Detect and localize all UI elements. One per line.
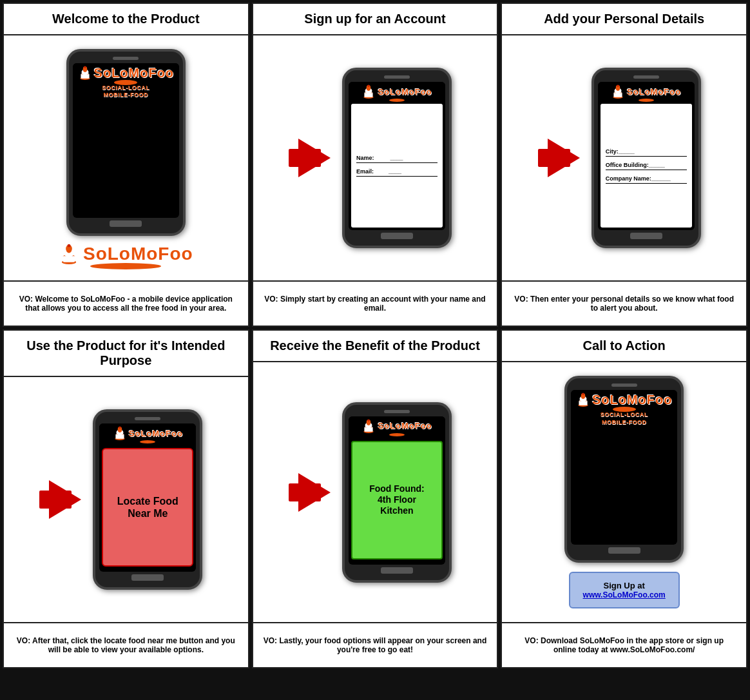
logo-row-personal: SoLoMoFoo [611, 84, 681, 99]
cell-benefit-body: SoLoMoFoo Food Found:4th FloorKitchen [253, 362, 497, 622]
logo-area-benefit: SoLoMoFoo [349, 416, 445, 436]
cell-benefit: Receive the Benefit of the Product [252, 329, 499, 668]
svg-point-19 [617, 85, 619, 87]
cell-personal: Add your Personal Details [501, 3, 747, 327]
cta-content: SoLoMoFoo SOCIAL-LOCALMOBILE-FOOD Sign U… [564, 376, 684, 608]
phone-welcome: SoLoMoFoo SOCIAL-LOCALMOBILE-FOOD [66, 49, 186, 236]
form-office: Office Building:_____ [606, 162, 687, 170]
phone-screen-cta: SoLoMoFoo SOCIAL-LOCALMOBILE-FOOD [571, 390, 677, 545]
phone-bottom-bar-welcome [110, 220, 142, 227]
cell-signup: Sign up for an Account [252, 3, 499, 327]
storyboard-grid: Welcome to the Product [0, 0, 750, 671]
below-logo: SoLoMoFoo [59, 244, 193, 267]
phone-speaker [113, 57, 139, 60]
arrow-signup [298, 139, 331, 177]
form-city: City:_____ [606, 148, 687, 157]
cell-use-footer: VO: After that, click the locate food ne… [4, 622, 248, 667]
logo-row-welcome: SoLoMoFoo [78, 66, 175, 80]
phone-cta: SoLoMoFoo SOCIAL-LOCALMOBILE-FOOD [564, 376, 684, 563]
logo-area-personal: SoLoMoFoo [598, 82, 695, 101]
food-found-result: Food Found:4th FloorKitchen [351, 441, 443, 559]
form-area-signup: Name: ____ Email:____ [351, 104, 443, 228]
cell-use-header: Use the Product for it's Intended Purpos… [4, 331, 248, 377]
locate-food-button[interactable]: Locate FoodNear Me [102, 448, 193, 567]
logo-area-use: SoLoMoFoo [99, 423, 196, 443]
form-name: Name: ____ [356, 155, 438, 163]
phone-bottom-bar-cta [608, 547, 640, 554]
cupcake-icon-signup [361, 84, 376, 99]
phone-speaker-personal [633, 75, 659, 79]
logo-text-benefit: SoLoMoFoo [378, 422, 432, 430]
signup-box[interactable]: Sign Up at www.SoLoMoFoo.com [569, 572, 680, 608]
logo-area-signup: SoLoMoFoo [349, 82, 445, 101]
svg-point-29 [368, 419, 370, 421]
logo-row-benefit: SoLoMoFoo [361, 419, 432, 433]
phone-speaker-signup [384, 75, 410, 79]
phone-benefit: SoLoMoFoo Food Found:4th FloorKitchen [342, 402, 452, 583]
cell-personal-header: Add your Personal Details [502, 4, 746, 35]
arrow-personal [548, 139, 580, 177]
cupcake-icon-personal [611, 84, 625, 99]
phone-personal: SoLoMoFoo City:_____ Office Building:___… [591, 68, 701, 248]
cell-signup-body: SoLoMoFoo Name: ____ Email:____ [253, 35, 497, 280]
benefit-content: SoLoMoFoo Food Found:4th FloorKitchen [260, 402, 491, 583]
cell-cta-footer: VO: Download SoLoMoFoo in the app store … [502, 622, 746, 667]
arrow-benefit [298, 473, 331, 512]
red-arrow-signup [298, 139, 331, 177]
phone-speaker-cta [611, 384, 637, 387]
form-company: Company Name:______ [606, 175, 687, 184]
cell-welcome: Welcome to the Product [3, 3, 249, 327]
form-area-personal: City:_____ Office Building:_____ Company… [601, 104, 692, 228]
logo-row-use: SoLoMoFoo [113, 426, 183, 440]
cell-use-body: SoLoMoFoo Locate FoodNear Me [4, 377, 248, 622]
logo-text-use: SoLoMoFoo [129, 429, 183, 438]
phone-screen-signup: SoLoMoFoo Name: ____ Email:____ [349, 82, 445, 230]
svg-point-14 [368, 85, 370, 87]
cell-signup-footer: VO: Simply start by creating an account … [253, 280, 497, 326]
phone-bottom-bar-signup [381, 233, 413, 239]
personal-content: SoLoMoFoo City:_____ Office Building:___… [508, 68, 740, 248]
use-content: SoLoMoFoo Locate FoodNear Me [10, 409, 242, 590]
svg-point-34 [582, 393, 584, 395]
logo-text-signup: SoLoMoFoo [378, 88, 432, 96]
taglines-cta: SOCIAL-LOCALMOBILE-FOOD [601, 411, 648, 426]
red-arrow-benefit [298, 473, 331, 512]
form-email: Email:____ [356, 168, 438, 177]
phone-screen-welcome: SoLoMoFoo SOCIAL-LOCALMOBILE-FOOD [73, 63, 179, 218]
ellipse-use [140, 440, 155, 443]
cupcake-icon-cta [576, 393, 590, 407]
logo-text-cta: SoLoMoFoo [592, 393, 673, 406]
ellipse-personal [639, 99, 654, 102]
arrow-use [49, 480, 81, 519]
phone-screen-personal: SoLoMoFoo City:_____ Office Building:___… [598, 82, 695, 230]
phone-bottom-bar-personal [630, 233, 662, 239]
red-arrow-use [49, 480, 81, 519]
phone-bottom-bar-use [131, 574, 164, 581]
phone-bottom-bar-benefit [381, 567, 413, 574]
cell-use: Use the Product for it's Intended Purpos… [3, 329, 249, 668]
logo-text-personal: SoLoMoFoo [627, 88, 681, 96]
logo-area-welcome: SoLoMoFoo SOCIAL-LOCALMOBILE-FOOD [73, 63, 179, 101]
phone-screen-benefit: SoLoMoFoo Food Found:4th FloorKitchen [349, 416, 445, 565]
logo-row-cta: SoLoMoFoo [576, 393, 673, 407]
cupcake-icon-use [113, 426, 127, 440]
ellipse-benefit [389, 433, 405, 436]
cell-cta: Call to Action [501, 329, 747, 668]
cupcake-icon-benefit [361, 419, 376, 433]
cupcake-icon-below [59, 244, 79, 264]
phone-speaker-use [135, 417, 160, 420]
logo-text-welcome: SoLoMoFoo [94, 66, 175, 79]
cell-cta-header: Call to Action [502, 331, 746, 362]
ellipse-below [90, 263, 161, 269]
phone-screen-use: SoLoMoFoo Locate FoodNear Me [99, 423, 196, 572]
phone-speaker-benefit [384, 410, 410, 413]
cell-welcome-header: Welcome to the Product [4, 4, 248, 35]
cell-benefit-header: Receive the Benefit of the Product [253, 331, 497, 362]
logo-text-below: SoLoMoFoo [83, 245, 193, 263]
cupcake-icon-welcome [78, 66, 92, 80]
cell-signup-header: Sign up for an Account [253, 4, 497, 35]
cell-benefit-footer: VO: Lastly, your food options will appea… [253, 622, 497, 667]
logo-row-signup: SoLoMoFoo [361, 84, 432, 99]
signup-box-link[interactable]: www.SoLoMoFoo.com [583, 590, 666, 599]
ellipse-signup [389, 99, 405, 102]
